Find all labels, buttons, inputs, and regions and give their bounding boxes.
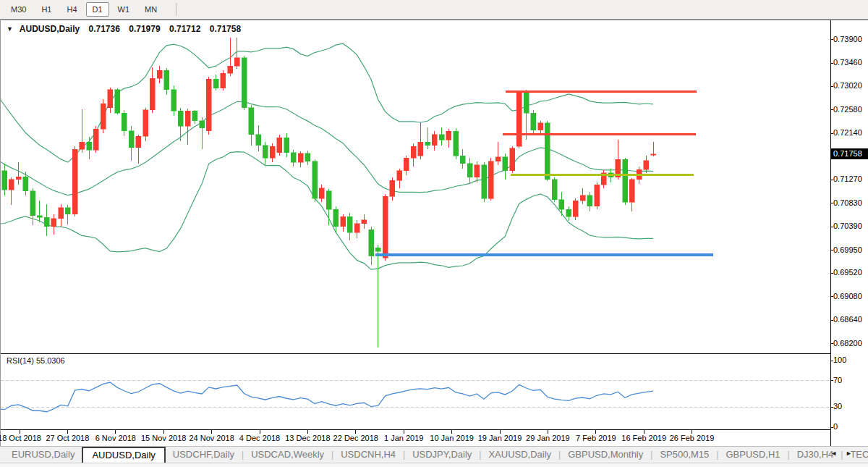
candle-body bbox=[566, 209, 571, 216]
tab-sp500[interactable]: SP500,M15 bbox=[652, 447, 716, 463]
candle-body bbox=[59, 208, 64, 219]
candle-body bbox=[185, 111, 190, 126]
candle-body bbox=[460, 156, 465, 163]
timeframe-button-w1[interactable]: W1 bbox=[111, 2, 137, 17]
tab-gbpusd[interactable]: GBPUSD,Monthly bbox=[561, 447, 650, 463]
candle-body bbox=[341, 216, 346, 226]
tab-audusd[interactable]: AUDUSD,Daily bbox=[82, 447, 165, 463]
tab-xauusd[interactable]: XAUUSD,Daily bbox=[481, 447, 558, 463]
toolbar-separator bbox=[176, 3, 176, 16]
price-axis-label: 0.72140 bbox=[833, 128, 862, 137]
tab-usdchf[interactable]: USDCHF,Daily bbox=[166, 447, 242, 463]
candle-body bbox=[115, 90, 120, 113]
chart-content[interactable]: ▼ AUDUSD,Daily 0.71736 0.71979 0.71712 0… bbox=[0, 20, 868, 446]
candle-body bbox=[397, 171, 402, 180]
candle-body bbox=[80, 142, 85, 149]
timeframe-button-mn[interactable]: MN bbox=[138, 2, 163, 17]
timeframe-button-m30[interactable]: M30 bbox=[4, 2, 33, 17]
candle-body bbox=[157, 70, 162, 78]
candle-body bbox=[538, 123, 543, 130]
price-chart-canvas[interactable] bbox=[1, 20, 868, 447]
candle-body bbox=[221, 73, 226, 88]
candle-body bbox=[587, 195, 592, 206]
tab-gbpusd[interactable]: GBPUSD,H1 bbox=[718, 447, 787, 463]
candle-body bbox=[30, 191, 35, 216]
candle-body bbox=[206, 79, 211, 130]
candle-body bbox=[375, 248, 380, 251]
candle-body bbox=[256, 135, 261, 146]
rsi-axis-label: 70 bbox=[833, 376, 842, 384]
candle-body bbox=[65, 208, 70, 214]
bollinger-band-line bbox=[1, 152, 653, 269]
candle-body bbox=[390, 180, 395, 196]
candle-body bbox=[16, 177, 21, 180]
candle-body bbox=[531, 113, 536, 130]
price-axis-label: 0.70830 bbox=[833, 198, 862, 207]
date-axis-label: 26 Feb 2019 bbox=[660, 434, 725, 442]
current-price-badge: 0.71758 bbox=[831, 148, 868, 159]
timeframe-button-d1[interactable]: D1 bbox=[86, 2, 109, 17]
candle-body bbox=[200, 121, 205, 128]
tab-eurusd[interactable]: EURUSD,Daily bbox=[4, 447, 82, 463]
candle-body bbox=[291, 153, 296, 162]
candle-body bbox=[404, 158, 409, 171]
ohlc-open: 0.71736 bbox=[89, 24, 120, 34]
candle-body bbox=[545, 123, 550, 180]
candle-body bbox=[23, 177, 28, 191]
ohlc-high: 0.71979 bbox=[129, 24, 160, 34]
chart-title: ▼ AUDUSD,Daily 0.71736 0.71979 0.71712 0… bbox=[7, 24, 241, 34]
ohlc-close: 0.71758 bbox=[210, 24, 241, 34]
candle-body bbox=[164, 70, 169, 90]
price-axis-label: 0.69080 bbox=[833, 292, 862, 300]
candle-body bbox=[629, 180, 634, 203]
candle-body bbox=[178, 111, 183, 126]
candle-body bbox=[319, 188, 324, 199]
tabs-scroll-right-icon[interactable]: ► bbox=[846, 450, 861, 457]
price-axis-label: 0.69950 bbox=[833, 245, 862, 254]
candle-body bbox=[234, 58, 239, 67]
candle-body bbox=[44, 217, 49, 227]
candle-body bbox=[347, 216, 352, 232]
chart-tabbar: EURUSD,DailyAUDUSD,DailyUSDCHF,Daily|USD… bbox=[0, 446, 868, 467]
timeframe-button-h4[interactable]: H4 bbox=[60, 2, 83, 17]
candle-body bbox=[418, 142, 423, 156]
price-axis-label: 0.73020 bbox=[833, 81, 862, 90]
candle-body bbox=[488, 161, 493, 199]
price-axis-label: 0.69520 bbox=[833, 268, 862, 277]
timeframe-toolbar: M30H1H4D1W1MN bbox=[0, 0, 868, 20]
candle-body bbox=[503, 157, 508, 171]
price-axis-label: 0.68640 bbox=[833, 315, 862, 324]
symbol-dropdown-icon[interactable]: ▼ bbox=[7, 25, 13, 33]
candle-body bbox=[651, 154, 656, 156]
candle-body bbox=[467, 164, 472, 177]
candle-body bbox=[580, 195, 585, 201]
price-axis-label: 0.71270 bbox=[833, 174, 862, 183]
candle-body bbox=[213, 79, 218, 88]
candle-body bbox=[362, 220, 367, 224]
candle-body bbox=[242, 58, 247, 108]
candle-body bbox=[644, 161, 649, 170]
candle-body bbox=[284, 138, 289, 153]
candle-body bbox=[425, 142, 430, 145]
tab-usdcad[interactable]: USDCAD,Weekly bbox=[244, 447, 331, 463]
tabs-scroll-left-icon[interactable]: ◄ bbox=[830, 450, 846, 457]
candle-body bbox=[9, 180, 14, 190]
price-axis-label: 0.70390 bbox=[833, 222, 862, 230]
candle-body bbox=[411, 146, 416, 158]
candle-body bbox=[249, 108, 254, 135]
candle-body bbox=[2, 171, 7, 190]
rsi-axis-label: 100 bbox=[833, 355, 846, 364]
candle-body bbox=[143, 110, 148, 136]
ohlc-low: 0.71712 bbox=[169, 24, 200, 34]
rsi-indicator-label: RSI(14) 55.0306 bbox=[7, 356, 65, 365]
candle-body bbox=[516, 92, 522, 146]
tab-usdjpy[interactable]: USDJPY,Daily bbox=[405, 447, 479, 463]
candle-body bbox=[305, 153, 310, 161]
timeframe-button-h1[interactable]: H1 bbox=[35, 2, 58, 17]
tabs-scroll-arrows: ◄► bbox=[830, 450, 861, 457]
candle-body bbox=[326, 191, 331, 209]
candle-body bbox=[51, 219, 56, 227]
tab-usdcnh[interactable]: USDCNH,H4 bbox=[333, 447, 403, 463]
candle-body bbox=[136, 136, 141, 147]
candle-body bbox=[129, 131, 134, 148]
